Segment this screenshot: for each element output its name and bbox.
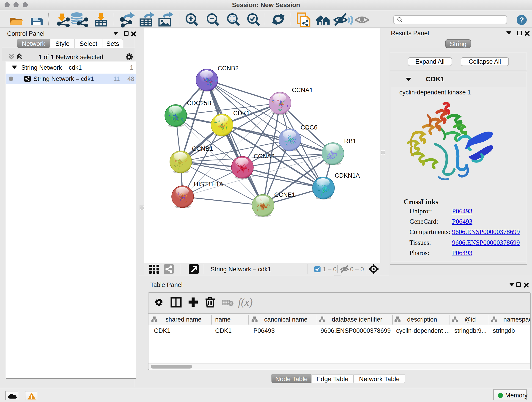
svg-text:HIST1H1A: HIST1H1A (194, 181, 223, 188)
svg-text:namespac: namespac (503, 316, 530, 323)
svg-text:1 – 0: 1 – 0 (323, 266, 336, 273)
svg-text:stringdb: stringdb (493, 327, 515, 334)
svg-text:CDK1: CDK1 (233, 110, 250, 117)
svg-text:f(x): f(x) (238, 296, 253, 308)
svg-text:CCNB1: CCNB1 (192, 145, 213, 152)
svg-text:shared name: shared name (165, 316, 202, 323)
svg-text:9606.ENSP00000378699: 9606.ENSP00000378699 (321, 327, 391, 334)
svg-text:CCNA2: CCNA2 (254, 153, 275, 160)
svg-text:CDKN1A: CDKN1A (335, 172, 360, 179)
svg-text:CDK1: CDK1 (154, 327, 171, 334)
svg-text:String Network – cdk1: String Network – cdk1 (210, 266, 271, 273)
svg-text:name: name (215, 316, 231, 323)
svg-text:CDK1: CDK1 (215, 327, 232, 334)
svg-text:database identifier: database identifier (332, 316, 382, 323)
svg-text:cyclin-dependent ...: cyclin-dependent ... (396, 327, 450, 334)
svg-text:description: description (407, 316, 437, 323)
svg-text:CCNB2: CCNB2 (218, 65, 239, 72)
svg-text:stringdb:9...: stringdb:9... (454, 327, 487, 334)
svg-text:canonical name: canonical name (264, 316, 307, 323)
svg-text:@id: @id (465, 316, 476, 323)
svg-text:CDC25B: CDC25B (187, 100, 211, 107)
svg-text:CCNE1: CCNE1 (274, 191, 295, 198)
svg-text:P06493: P06493 (253, 327, 275, 334)
svg-text:CCNA1: CCNA1 (292, 87, 313, 94)
svg-text:0 – 0: 0 – 0 (350, 266, 364, 273)
svg-text:RB1: RB1 (344, 138, 356, 145)
svg-text:CDC6: CDC6 (301, 124, 317, 131)
